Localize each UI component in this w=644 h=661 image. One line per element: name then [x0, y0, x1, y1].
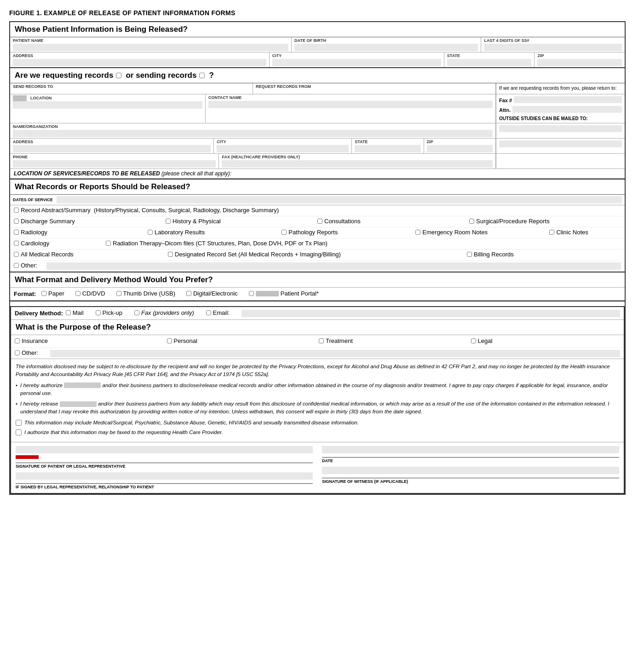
pur-legal-item[interactable]: Legal	[471, 337, 611, 344]
email-field[interactable]	[242, 310, 620, 317]
cb-clinic-check[interactable]	[549, 230, 554, 235]
fax-hcp-field[interactable]	[222, 160, 493, 168]
dates-field[interactable]	[57, 196, 622, 203]
phone-field[interactable]	[13, 160, 216, 168]
pur-legal-check[interactable]	[471, 338, 476, 343]
cb-billing-check[interactable]	[467, 252, 472, 257]
fmt-digital-check[interactable]	[186, 291, 191, 296]
cb-other-check[interactable]	[14, 263, 19, 268]
requesting-checkbox[interactable]	[116, 73, 121, 78]
addr2-field[interactable]	[13, 145, 211, 152]
outside-field2[interactable]	[499, 140, 622, 147]
fmt-cddvd-check[interactable]	[75, 291, 80, 296]
fmt-paper-check[interactable]	[41, 291, 46, 296]
cb-other-item[interactable]: Other:	[14, 262, 37, 269]
cb-consult-label: Consultations	[324, 218, 361, 225]
cb-path-check[interactable]	[282, 230, 287, 235]
pur-personal-item[interactable]: Personal	[167, 337, 307, 344]
cb-abstract-item[interactable]: Record Abstract/Summary (History/Physica…	[14, 207, 612, 214]
pur-ins-check[interactable]	[15, 338, 20, 343]
fmt-paper-label: Paper	[48, 290, 64, 297]
cb-allmed-item[interactable]: All Medical Records	[14, 251, 159, 258]
del-email-item[interactable]: Email:	[206, 309, 230, 316]
del-email-check[interactable]	[206, 310, 211, 315]
cb-allmed-check[interactable]	[14, 252, 19, 257]
cb-radiation-item[interactable]: Radiation Therapy–Dicom files (CT Struct…	[106, 240, 612, 247]
cb-surgical-item[interactable]: Surgical/Procedure Reports	[469, 218, 612, 225]
sig-patient-field[interactable]	[16, 446, 313, 453]
fmt-usb-check[interactable]	[116, 291, 121, 296]
attn-field[interactable]	[512, 106, 622, 113]
fmt-usb-item[interactable]: Thumb Drive (USB)	[116, 290, 175, 297]
del-mail-check[interactable]	[66, 310, 71, 315]
del-fax-check[interactable]	[134, 310, 139, 315]
cb-lab-item[interactable]: Laboratory Results	[148, 229, 272, 236]
other-purpose-field[interactable]	[50, 350, 620, 357]
fmt-portal-item[interactable]: Patient Portal*	[249, 290, 319, 297]
sig-rep-field[interactable]	[16, 472, 313, 480]
fmt-digital-item[interactable]: Digital/Electronic	[186, 290, 238, 297]
pur-other-item[interactable]: Other:	[15, 349, 38, 356]
cb-designated-check[interactable]	[168, 252, 173, 257]
del-pickup-item[interactable]: Pick-up	[96, 309, 122, 316]
cb-cardiology-check[interactable]	[14, 241, 19, 246]
fmt-cddvd-label: CD/DVD	[82, 290, 105, 297]
del-mail-item[interactable]: Mail	[66, 309, 84, 316]
cb-lab-check[interactable]	[148, 230, 153, 235]
contact-name-field[interactable]	[208, 101, 493, 108]
state2-field[interactable]	[355, 145, 420, 152]
cb-designated-item[interactable]: Designated Record Set (All Medical Recor…	[168, 251, 458, 258]
cb-surgical-check[interactable]	[469, 219, 474, 224]
location-field[interactable]	[13, 101, 202, 109]
cb-consult-item[interactable]: Consultations	[317, 218, 460, 225]
cb-discharge-item[interactable]: Discharge Summary	[14, 218, 156, 225]
witness-field[interactable]	[322, 467, 619, 474]
pur-other-check[interactable]	[15, 350, 20, 355]
del-pickup-check[interactable]	[96, 310, 101, 315]
city2-field[interactable]	[217, 145, 349, 152]
cb-row5: All Medical Records Designated Record Se…	[10, 249, 625, 261]
patient-row1: PATIENT NAME DATE OF BIRTH LAST 4 DIGITS…	[10, 37, 625, 52]
addr-city-row: ADDRESS CITY STATE ZIP	[10, 139, 625, 154]
zip-field[interactable]	[537, 59, 622, 66]
fmt-cddvd-item[interactable]: CD/DVD	[75, 290, 105, 297]
state-field[interactable]	[447, 59, 532, 66]
cb-discharge-check[interactable]	[14, 219, 19, 224]
cb-consult-check[interactable]	[317, 219, 322, 224]
cb-history-item[interactable]: History & Physical	[166, 218, 308, 225]
stmt1-check[interactable]	[16, 420, 22, 426]
cb-radiation-check[interactable]	[106, 241, 111, 246]
bullet2: • I hereby release and/or their business…	[16, 400, 619, 416]
del-fax-item[interactable]: Fax (providers only)	[134, 309, 194, 316]
ss-field[interactable]	[484, 44, 622, 51]
sending-checkbox[interactable]	[199, 73, 205, 78]
patient-name-field[interactable]	[13, 44, 288, 51]
cb-abstract-check[interactable]	[14, 208, 19, 213]
cb-er-item[interactable]: Emergency Room Notes	[415, 229, 540, 236]
cb-history-check[interactable]	[166, 219, 171, 224]
pur-ins-item[interactable]: Insurance	[15, 337, 155, 344]
fmt-paper-item[interactable]: Paper	[41, 290, 64, 297]
cb-cardiology-item[interactable]: Cardiology	[14, 240, 97, 247]
cb-radiology-check[interactable]	[14, 230, 19, 235]
pur-treatment-item[interactable]: Treatment	[319, 337, 459, 344]
cb-er-check[interactable]	[415, 230, 420, 235]
date-sig-field[interactable]	[322, 446, 619, 453]
fmt-portal-check[interactable]	[249, 291, 254, 296]
address-field[interactable]	[13, 59, 266, 66]
city-field[interactable]	[272, 59, 441, 66]
fax-field[interactable]	[514, 96, 622, 103]
dob-field[interactable]	[294, 44, 478, 51]
cb-billing-item[interactable]: Billing Records	[467, 251, 612, 258]
stmt2-check[interactable]	[16, 429, 22, 435]
zip2-field[interactable]	[427, 145, 493, 152]
other-field[interactable]	[46, 262, 621, 270]
pur-personal-check[interactable]	[167, 338, 172, 343]
pur-treatment-check[interactable]	[319, 338, 324, 343]
name-org-field[interactable]	[13, 130, 493, 137]
cb-path-item[interactable]: Pathology Reports	[282, 229, 406, 236]
cb-radiology-item[interactable]: Radiology	[14, 229, 138, 236]
cb-clinic-item[interactable]: Clinic Notes	[549, 229, 612, 236]
format-header: What Format and Delivery Method Would Yo…	[10, 273, 625, 288]
outside-field[interactable]	[499, 125, 622, 132]
